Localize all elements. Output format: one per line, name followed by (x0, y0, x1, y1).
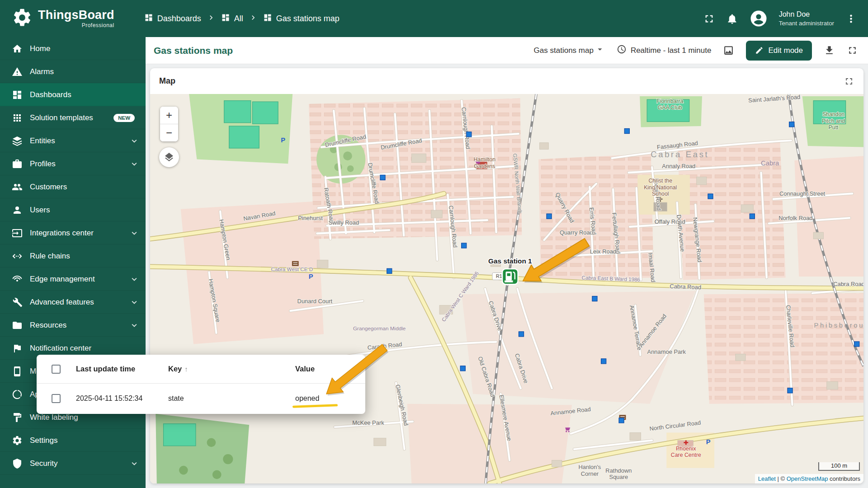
dashboard-toolbar: Gas stations map Gas stations map Realti… (146, 37, 868, 64)
device-marker[interactable] (387, 268, 392, 273)
image-export-button[interactable] (723, 45, 734, 56)
sidebar-item-label: Security (30, 459, 129, 468)
sidebar-item-home[interactable]: Home (0, 37, 146, 60)
clock-icon (617, 44, 627, 56)
dashboard-state-select[interactable]: Gas stations map (534, 44, 605, 56)
map-widget: Map (150, 68, 863, 483)
device-marker[interactable] (519, 332, 524, 337)
sidebar-item-integrations-center[interactable]: Integrations center (0, 221, 146, 244)
map-label: Norfolk Road (778, 215, 812, 221)
device-marker[interactable] (624, 129, 629, 134)
map-label: McKee Park (352, 419, 384, 426)
map-label: Leix Road (590, 248, 616, 255)
sidebar-item-users[interactable]: Users (0, 198, 146, 221)
map-label: Cabra Road (670, 283, 701, 291)
more-vert-icon[interactable] (845, 13, 857, 25)
sidebar-item-settings[interactable]: Settings (0, 429, 146, 452)
fullscreen-button[interactable] (703, 13, 715, 25)
pencil-icon (755, 46, 764, 55)
device-marker[interactable] (708, 194, 713, 199)
sidebar-item-edge-management[interactable]: Edge management (0, 267, 146, 291)
device-marker[interactable] (788, 388, 793, 393)
breadcrumb-all[interactable]: All (221, 13, 243, 24)
sidebar-item-entities[interactable]: Entities (0, 129, 146, 152)
table-row[interactable]: 2025-04-11 15:52:34 state opened (37, 383, 365, 413)
column-last-update-time[interactable]: Last update time (76, 365, 168, 373)
device-marker[interactable] (592, 296, 597, 301)
device-marker[interactable] (467, 132, 472, 137)
map-label: Cabra East (651, 150, 709, 159)
map-label: King National (644, 184, 677, 191)
device-marker[interactable] (619, 418, 624, 423)
column-key[interactable]: Key↑ (168, 365, 295, 373)
device-marker[interactable] (854, 342, 859, 347)
device-marker[interactable] (380, 175, 385, 180)
widget-fullscreen-button[interactable] (844, 76, 854, 87)
chevron-down-icon (129, 459, 139, 469)
zoom-in-button[interactable]: + (160, 107, 178, 124)
device-marker[interactable] (750, 214, 755, 219)
brand-subtitle: Professional (82, 23, 114, 28)
row-checkbox[interactable] (52, 394, 61, 403)
device-marker[interactable] (601, 359, 606, 364)
map-label: Dunard Court (297, 298, 333, 305)
chevron-down-icon (129, 136, 139, 146)
sidebar-item-resources[interactable]: Resources (0, 314, 146, 337)
brand-logo[interactable]: ThingsBoard Professional (12, 7, 114, 30)
dashboards-icon (221, 13, 230, 24)
map-attribution: Leaflet | © OpenStreetMap contributors (755, 474, 863, 483)
map-canvas[interactable]: P P P Drumcliffe RoadDrumcliffe RoadDrum… (150, 94, 863, 483)
sidebar-item-label: Entities (30, 136, 129, 145)
map-label: Annaly Road (662, 163, 695, 169)
user-info[interactable]: John Doe Tenant administrator (779, 10, 834, 27)
home-icon (12, 43, 23, 54)
leaflet-link[interactable]: Leaflet (758, 475, 776, 482)
profiles-icon (12, 159, 23, 169)
chevron-down-icon (129, 228, 139, 238)
device-marker[interactable] (462, 243, 467, 248)
sidebar-item-advanced-features[interactable]: Advanced features (0, 291, 146, 314)
breadcrumb: Dashboards All Gas stations map (144, 13, 340, 24)
map-label: Shandon (822, 111, 844, 117)
timewindow-button[interactable]: Realtime - last 1 minute (617, 44, 712, 56)
map-label: Cabra West CE D (271, 266, 313, 272)
sidebar-item-alarms[interactable]: Alarms (0, 60, 146, 83)
sidebar-item-profiles[interactable]: Profiles (0, 152, 146, 175)
column-value[interactable]: Value (295, 365, 365, 373)
device-marker[interactable] (547, 214, 552, 219)
notifications-bell-icon[interactable] (726, 13, 738, 25)
parking-icon: P (706, 438, 711, 446)
chevron-down-icon (129, 274, 139, 284)
breadcrumb-dashboards[interactable]: Dashboards (144, 13, 201, 24)
sidebar-item-solution-templates[interactable]: Solution templatesNEW (0, 106, 146, 129)
edit-mode-button[interactable]: Edit mode (746, 41, 812, 61)
sidebar-item-customers[interactable]: Customers (0, 175, 146, 198)
gas-station-marker[interactable] (502, 269, 518, 284)
map-label: Hamilton (473, 156, 495, 163)
sidebar-item-security[interactable]: Security (0, 452, 146, 475)
osm-link[interactable]: OpenStreetMap (787, 475, 828, 482)
sidebar-item-dashboards[interactable]: Dashboards (0, 83, 146, 106)
zoom-out-button[interactable]: − (160, 124, 178, 141)
cell-value: opened (295, 394, 365, 403)
sidebar-item-label: Advanced features (30, 298, 129, 307)
sidebar-item-rule-chains[interactable]: Rule chains (0, 244, 146, 267)
select-all-checkbox[interactable] (52, 365, 61, 374)
top-bar: ThingsBoard Professional Dashboards All … (0, 0, 868, 37)
device-marker[interactable] (460, 366, 465, 371)
alarms-icon (12, 66, 23, 77)
map-label: Corner (581, 470, 599, 477)
user-avatar[interactable] (749, 9, 768, 28)
breadcrumb-gas-stations-map[interactable]: Gas stations map (263, 13, 340, 24)
chevron-down-icon (129, 297, 139, 307)
dashboard-content: Map (146, 64, 868, 488)
new-badge: NEW (113, 114, 135, 122)
layers-button[interactable] (159, 147, 179, 167)
sidebar-item-label: Dashboards (30, 90, 139, 99)
map-label: Grangegorman Middle (353, 325, 406, 331)
table-header-row: Last update time Key↑ Value (37, 355, 365, 383)
parking-icon: P (309, 273, 313, 280)
toolbar-fullscreen-button[interactable] (847, 45, 858, 56)
download-button[interactable] (824, 45, 835, 56)
device-marker[interactable] (789, 122, 794, 127)
